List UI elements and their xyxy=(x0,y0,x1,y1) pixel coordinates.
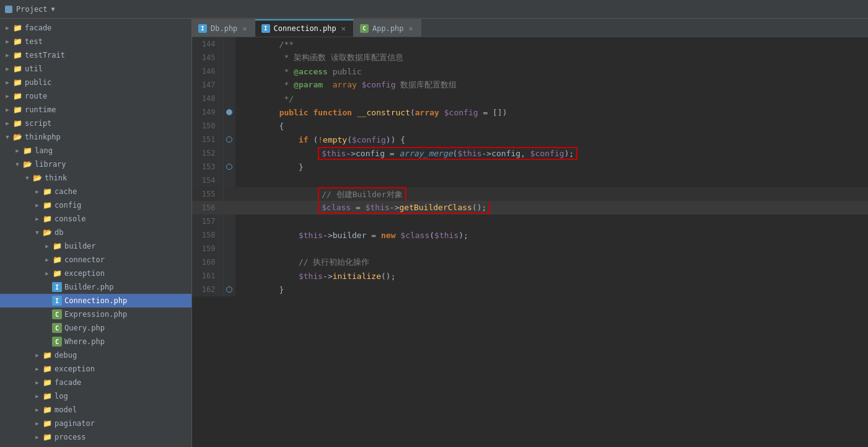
sidebar-item-console[interactable]: console xyxy=(0,212,191,226)
folder-icon xyxy=(12,118,22,128)
sidebar-item-thinkphp[interactable]: thinkphp xyxy=(0,130,191,144)
sidebar-item-label: Expression.php xyxy=(64,310,127,319)
sidebar-item-builder[interactable]: builder xyxy=(0,239,191,253)
table-row: 148 */ xyxy=(192,92,868,105)
sidebar-item-label: exception xyxy=(64,269,105,278)
sidebar-item-label: think xyxy=(45,174,67,182)
sidebar-item-exception2[interactable]: exception xyxy=(0,362,191,376)
code-editor[interactable]: 144 /** 145 * 架构函数 读取数据库配置信息 146 xyxy=(192,37,868,447)
gutter-cell xyxy=(223,105,235,119)
arrow-icon xyxy=(22,173,32,183)
sidebar-item-label: process xyxy=(55,433,86,441)
dropdown-arrow[interactable]: ▼ xyxy=(51,6,55,12)
sidebar-item-script[interactable]: script xyxy=(0,117,191,130)
line-number: 157 xyxy=(192,215,223,228)
sidebar-item-cache[interactable]: cache xyxy=(0,185,191,198)
sidebar-item-label: debug xyxy=(55,351,77,360)
sidebar-item-think[interactable]: think xyxy=(0,171,191,185)
code-content: $this->builder = new $class($this); xyxy=(235,228,868,242)
sidebar-item-response[interactable]: response xyxy=(0,444,191,447)
sidebar-item-testTrait[interactable]: testTrait xyxy=(0,48,191,62)
line-number: 159 xyxy=(192,242,223,255)
sidebar-item-log[interactable]: log xyxy=(0,389,191,403)
arrow-icon xyxy=(32,405,42,415)
arrow-icon xyxy=(32,187,42,197)
tab-app-php[interactable]: C App.php ✕ xyxy=(354,19,421,37)
folder-icon xyxy=(42,432,52,442)
tab-db-php[interactable]: I Db.php ✕ xyxy=(192,19,255,37)
gutter-marker xyxy=(226,164,232,170)
tab-label: Connection.php xyxy=(274,24,336,33)
table-row: 155 // 创建Builder对象 xyxy=(192,187,868,201)
sidebar-item-where-php[interactable]: C Where.php xyxy=(0,335,191,348)
gutter-cell xyxy=(223,187,235,201)
folder-icon xyxy=(12,37,22,46)
tab-connection-php[interactable]: I Connection.php ✕ xyxy=(255,19,354,37)
gutter-cell xyxy=(223,174,235,187)
sidebar-item-label: paginator xyxy=(55,419,95,428)
sidebar-item-debug[interactable]: debug xyxy=(0,348,191,362)
folder-icon xyxy=(42,200,52,210)
sidebar-item-facade[interactable]: facade xyxy=(0,21,191,35)
arrow-icon xyxy=(32,364,42,374)
sidebar-item-public[interactable]: public xyxy=(0,76,191,89)
sidebar-item-label: runtime xyxy=(25,105,56,114)
sidebar-item-label: facade xyxy=(55,378,81,387)
sidebar-item-query-php[interactable]: C Query.php xyxy=(0,321,191,335)
sidebar-item-process[interactable]: process xyxy=(0,430,191,444)
file-icon-php: C xyxy=(52,337,62,347)
tab-close-button[interactable]: ✕ xyxy=(408,24,414,33)
sidebar-item-label: exception xyxy=(55,365,95,373)
table-row: 149 public function __construct(array $c… xyxy=(192,105,868,119)
arrow-icon xyxy=(42,282,52,292)
sidebar-item-test[interactable]: test xyxy=(0,35,191,48)
tab-close-button[interactable]: ✕ xyxy=(340,24,347,33)
line-number: 145 xyxy=(192,51,223,64)
code-content: * 架构函数 读取数据库配置信息 xyxy=(235,51,868,64)
sidebar-item-label: script xyxy=(25,119,51,128)
tab-close-button[interactable]: ✕ xyxy=(241,24,248,33)
sidebar-item-label: config xyxy=(55,201,81,210)
sidebar-item-exception[interactable]: exception xyxy=(0,267,191,280)
sidebar-item-connector[interactable]: connector xyxy=(0,253,191,267)
sidebar-item-library[interactable]: library xyxy=(0,157,191,171)
sidebar-item-util[interactable]: util xyxy=(0,62,191,76)
code-content: * @access public xyxy=(235,64,868,78)
sidebar-item-connection-php[interactable]: I Connection.php xyxy=(0,294,191,308)
sidebar-item-label: util xyxy=(25,64,43,73)
project-label: Project xyxy=(16,5,48,14)
arrow-icon xyxy=(2,37,12,46)
sidebar-item-label: testTrait xyxy=(25,51,65,60)
sidebar-item-label: db xyxy=(55,228,63,237)
folder-icon xyxy=(42,187,52,197)
gutter-marker xyxy=(226,109,232,115)
sidebar-item-route[interactable]: route xyxy=(0,89,191,103)
title-bar: Project ▼ xyxy=(0,0,868,19)
sidebar-item-label: log xyxy=(55,392,68,401)
sidebar-item-db[interactable]: db xyxy=(0,226,191,239)
arrow-icon xyxy=(42,337,52,347)
sidebar-item-model[interactable]: model xyxy=(0,403,191,417)
sidebar-item-label: facade xyxy=(25,24,51,32)
code-content: { xyxy=(235,119,868,133)
arrow-icon xyxy=(2,132,12,142)
sidebar-item-runtime[interactable]: runtime xyxy=(0,103,191,117)
folder-icon xyxy=(42,378,52,387)
sidebar-item-paginator[interactable]: paginator xyxy=(0,417,191,430)
sidebar-item-builder-php[interactable]: I Builder.php xyxy=(0,280,191,294)
line-number: 162 xyxy=(192,283,223,296)
code-table: 144 /** 145 * 架构函数 读取数据库配置信息 146 xyxy=(192,37,868,296)
gutter-cell xyxy=(223,133,235,146)
line-number: 147 xyxy=(192,78,223,92)
sidebar-item-lang[interactable]: lang xyxy=(0,144,191,157)
sidebar-item-facade2[interactable]: facade xyxy=(0,376,191,389)
sidebar-item-label: route xyxy=(25,92,47,100)
sidebar-item-config[interactable]: config xyxy=(0,198,191,212)
code-content xyxy=(235,174,868,187)
table-row: 146 * @access public xyxy=(192,64,868,78)
gutter-cell xyxy=(223,78,235,92)
code-content: $this->initialize(); xyxy=(235,269,868,283)
sidebar-item-label: console xyxy=(55,215,86,223)
code-content xyxy=(235,215,868,228)
sidebar-item-expression-php[interactable]: C Expression.php xyxy=(0,308,191,321)
